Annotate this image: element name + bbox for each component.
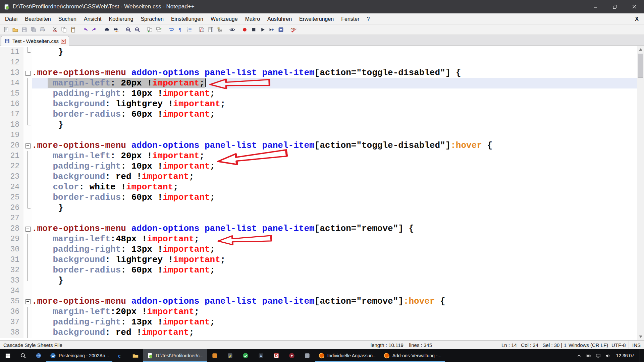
network-icon[interactable] xyxy=(595,353,601,359)
document-map-icon[interactable] xyxy=(207,25,215,34)
taskbar-file-explorer[interactable] xyxy=(128,349,143,362)
editor-line[interactable]: 24 color: white !important; xyxy=(0,182,637,192)
editor-line[interactable]: 26 } xyxy=(0,203,637,213)
code-line-text[interactable]: border-radius: 60px !important; xyxy=(32,192,637,203)
folder-as-workspace-icon[interactable] xyxy=(216,25,224,34)
code-line-text[interactable]: .more-options-menu addon-options panel-l… xyxy=(32,140,637,151)
taskbar-thunderbird[interactable]: Posteingang - 2002An... xyxy=(46,349,112,362)
tab-test-webseiten-css[interactable]: Test - Webseiten.css xyxy=(1,36,69,46)
cut-icon[interactable] xyxy=(51,25,59,34)
code-line-text[interactable]: padding-right: 13px !important; xyxy=(32,244,637,255)
code-line-text[interactable]: } xyxy=(32,203,637,213)
code-line-text[interactable]: .more-options-menu addon-options panel-l… xyxy=(32,224,637,234)
menu-ansicht[interactable]: Ansicht xyxy=(80,13,105,24)
code-line-text[interactable]: background: red !important; xyxy=(32,327,637,338)
code-line-text[interactable]: margin-left:48px !important; xyxy=(32,234,637,244)
clock[interactable]: 12:36:07 xyxy=(615,353,636,358)
redo-icon[interactable] xyxy=(90,25,99,34)
editor-line[interactable]: 17 border-radius: 60px !important; xyxy=(0,109,637,120)
open-file-icon[interactable] xyxy=(11,25,19,34)
word-wrap-icon[interactable] xyxy=(167,25,175,34)
editor-line[interactable]: 15 padding-right: 10px !important; xyxy=(0,88,637,99)
editor-line[interactable]: 19 xyxy=(0,130,637,140)
show-all-characters-icon[interactable]: ¶ xyxy=(176,25,184,34)
macro-stop-icon[interactable] xyxy=(250,25,258,34)
file-monitoring-icon[interactable] xyxy=(228,25,236,34)
macro-run-multiple-icon[interactable] xyxy=(268,25,276,34)
code-line-text[interactable]: margin-left: 20px !important; xyxy=(32,151,637,161)
taskbar-app-dark[interactable] xyxy=(253,349,269,362)
notepadpp-icon[interactable] xyxy=(3,4,10,10)
taskbar-app-gray[interactable] xyxy=(300,349,315,362)
macro-play-icon[interactable] xyxy=(259,25,267,34)
code-line-text[interactable]: background: red !important; xyxy=(32,172,637,182)
code-line-text[interactable]: border-radius: 60px !important; xyxy=(32,109,637,120)
tray-chevron-icon[interactable] xyxy=(577,353,582,358)
code-line-text[interactable]: } xyxy=(32,120,637,130)
menu-datei[interactable]: Datei xyxy=(1,13,21,24)
code-line-text[interactable]: background: lightgrey !important; xyxy=(32,255,637,265)
vertical-scrollbar[interactable] xyxy=(637,46,644,340)
menu-suchen[interactable]: Suchen xyxy=(55,13,80,24)
fold-toggle[interactable] xyxy=(23,296,32,307)
print-icon[interactable] xyxy=(38,25,47,34)
editor-line[interactable]: 11 } xyxy=(0,47,637,57)
editor-line[interactable]: 37 padding-right: 13px !important; xyxy=(0,317,637,327)
code-line-text[interactable] xyxy=(32,130,637,140)
save-file-icon[interactable] xyxy=(20,25,29,34)
scroll-down-button[interactable] xyxy=(637,333,644,340)
taskbar-search[interactable] xyxy=(15,349,31,362)
fold-toggle[interactable] xyxy=(23,68,32,78)
show-desktop-button[interactable] xyxy=(640,349,642,362)
code-line-text[interactable]: margin-left: 20px !important; xyxy=(32,78,637,88)
code-line-text[interactable] xyxy=(32,286,637,296)
editor-line[interactable]: 22 padding-right: 10px !important; xyxy=(0,161,637,172)
paste-icon[interactable] xyxy=(69,25,77,34)
code-line-text[interactable]: background: lightgrey !important; xyxy=(32,99,637,109)
editor-line[interactable]: 20.more-options-menu addon-options panel… xyxy=(0,140,637,151)
menu-ausfhren[interactable]: Ausführen xyxy=(264,13,296,24)
copy-icon[interactable] xyxy=(60,25,68,34)
code-line-text[interactable]: .more-options-menu addon-options panel-l… xyxy=(32,296,637,307)
speaker-icon[interactable] xyxy=(605,353,611,359)
code-line-text[interactable]: .more-options-menu addon-options panel-l… xyxy=(32,68,637,78)
editor-area[interactable]: 11 }1213.more-options-menu addon-options… xyxy=(0,46,644,340)
close-button[interactable] xyxy=(625,0,644,13)
spell-check-icon[interactable]: ABC xyxy=(289,25,298,34)
taskbar-app-media[interactable] xyxy=(284,349,300,362)
tab-close-icon[interactable] xyxy=(61,39,66,44)
editor-line[interactable]: 33 } xyxy=(0,276,637,286)
menu-sprachen[interactable]: Sprachen xyxy=(137,13,167,24)
taskbar-app-antivirus[interactable] xyxy=(238,349,253,362)
editor-line[interactable]: 18 } xyxy=(0,120,637,130)
menu-bearbeiten[interactable]: Bearbeiten xyxy=(21,13,54,24)
code-line-text[interactable]: border-radius: 60px !important; xyxy=(32,265,637,276)
zoom-in-icon[interactable] xyxy=(124,25,132,34)
function-list-icon[interactable]: f xyxy=(198,25,206,34)
code-line-text[interactable]: padding-right: 13px !important; xyxy=(32,317,637,327)
scrollbar-thumb[interactable] xyxy=(638,54,643,78)
menu-help[interactable]: ? xyxy=(363,13,373,24)
start-button[interactable] xyxy=(0,349,15,362)
indent-guide-icon[interactable] xyxy=(185,25,194,34)
taskbar-app-d[interactable]: D xyxy=(269,349,284,362)
fold-toggle[interactable] xyxy=(23,224,32,234)
sync-horizontal-icon[interactable] xyxy=(155,25,163,34)
code-line-text[interactable]: color: white !important; xyxy=(32,182,637,192)
taskbar-notepadpp[interactable]: D:\Test\Profilordner\c... xyxy=(143,349,207,362)
code-line-text[interactable]: margin-left:20px !important; xyxy=(32,307,637,317)
editor-line[interactable]: 13.more-options-menu addon-options panel… xyxy=(0,68,637,78)
code-line-text[interactable]: padding-right: 10px !important; xyxy=(32,88,637,99)
menu-einstellungen[interactable]: Einstellungen xyxy=(167,13,207,24)
code-line-text[interactable] xyxy=(32,57,637,68)
editor-line[interactable]: 32 border-radius: 60px !important; xyxy=(0,265,637,276)
battery-icon[interactable] xyxy=(586,353,591,359)
editor-line[interactable]: 29 margin-left:48px !important; xyxy=(0,234,637,244)
taskbar-internet-explorer[interactable]: e xyxy=(112,349,128,362)
editor-line[interactable]: 31 background: lightgrey !important; xyxy=(0,255,637,265)
menu-werkzeuge[interactable]: Werkzeuge xyxy=(207,13,241,24)
editor-line[interactable]: 30 padding-right: 13px !important; xyxy=(0,244,637,255)
editor-line[interactable]: 38 background: red !important; xyxy=(0,327,637,338)
fold-toggle[interactable] xyxy=(23,140,32,151)
editor-line[interactable]: 35.more-options-menu addon-options panel… xyxy=(0,296,637,307)
